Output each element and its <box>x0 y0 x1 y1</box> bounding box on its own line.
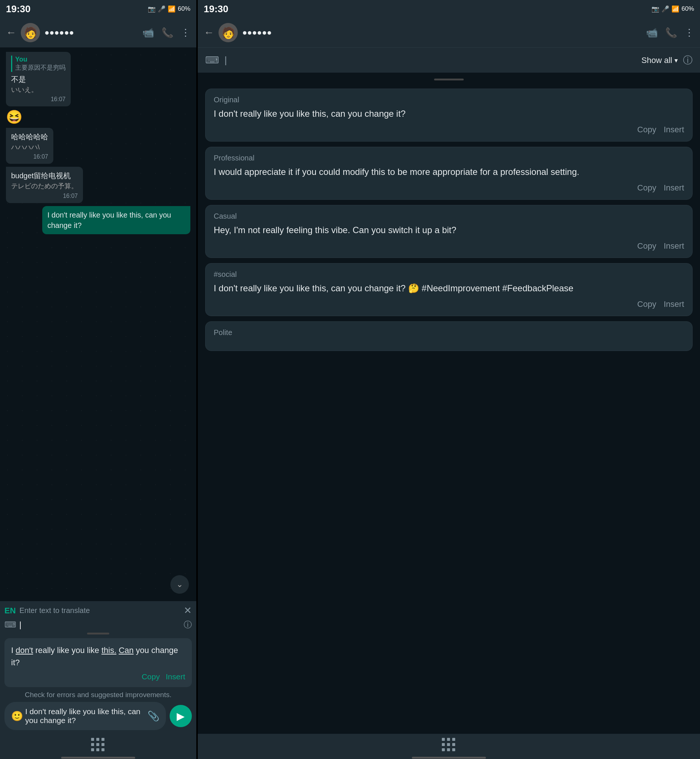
message-received-1: You 主要原因不是穷吗 不是 いいえ。 16:07 <box>6 52 71 106</box>
right-cursor: | <box>225 55 227 66</box>
right-time: 19:30 <box>204 3 228 15</box>
right-suggestions: Original I don't really like you like th… <box>198 73 700 734</box>
error-hint: Check for errors and suggested improveme… <box>5 691 192 699</box>
copy-social-button[interactable]: Copy <box>638 299 656 309</box>
translate-input[interactable]: Enter text to translate <box>20 606 180 615</box>
msg-text-3: budget留给电视机 <box>11 171 78 181</box>
suggestion-social: #social I don't really like you like thi… <box>205 263 692 316</box>
msg-time-2: 16:07 <box>11 153 48 160</box>
msg-time-1: 16:07 <box>11 96 66 103</box>
text-underline-1: don't <box>16 646 33 655</box>
msg-text-jp-2: ハハハハ\ <box>11 143 48 152</box>
back-button[interactable]: ← <box>6 27 16 39</box>
right-alert-icon[interactable]: ⓘ <box>683 54 692 67</box>
chevron-down-icon: ▾ <box>675 56 678 64</box>
msg-time-3: 16:07 <box>11 193 78 199</box>
insert-original-button[interactable]: Insert <box>664 125 684 135</box>
right-drag-handle <box>434 78 464 80</box>
attach-icon[interactable]: 📎 <box>147 710 159 722</box>
message-input-bubble[interactable]: 🙂 I don't really like you like this, can… <box>5 702 166 730</box>
home-indicator <box>61 757 135 759</box>
left-nav-bar <box>0 734 196 756</box>
video-call-icon[interactable]: 📹 <box>142 27 154 39</box>
quoted-message: You 主要原因不是穷吗 <box>11 56 66 72</box>
drag-handle <box>87 632 109 634</box>
insert-button[interactable]: Insert <box>166 672 185 681</box>
more-options-icon[interactable]: ⋮ <box>181 27 191 39</box>
right-avatar-image: 🧑 <box>222 26 235 39</box>
message-sent-1: I don't really like you like this, can y… <box>42 206 191 234</box>
insert-casual-button[interactable]: Insert <box>664 241 684 251</box>
left-chat-header: ← 🧑 ●●●●●● 📹 📞 ⋮ <box>0 18 196 47</box>
language-badge: EN <box>5 606 16 616</box>
right-header-actions: 📹 📞 ⋮ <box>646 27 694 39</box>
nav-dot <box>91 748 94 751</box>
left-time: 19:30 <box>6 3 31 15</box>
nav-dot <box>91 743 94 746</box>
emoji-input-icon[interactable]: 🙂 <box>11 710 23 722</box>
suggestion-card: I don't really like you like this. Can y… <box>5 638 192 687</box>
contact-name: ●●●●●● <box>44 28 138 38</box>
suggestion-polite: Polite <box>205 321 692 351</box>
send-button[interactable]: ▶ <box>170 705 192 727</box>
text-part-2: really like you like <box>33 646 102 655</box>
copy-casual-button[interactable]: Copy <box>638 241 656 251</box>
toolbar-bar: ⌨ | ⓘ <box>5 619 192 631</box>
suggestion-label-original: Original <box>214 95 684 104</box>
message-input-row: 🙂 I don't really like you like this, can… <box>5 702 192 730</box>
suggestion-body-casual: Hey, I'm not really feeling this vibe. C… <box>214 224 684 237</box>
right-nav-bar <box>198 734 700 756</box>
message-received-3: budget留给电视机 テレビのための予算。 16:07 <box>6 167 83 203</box>
emoji-message: 😆 <box>6 110 23 125</box>
msg-text-jp-1: いいえ。 <box>11 85 66 94</box>
text-part-1: I <box>11 646 16 655</box>
phone-icon[interactable]: 📞 <box>161 27 173 39</box>
suggestion-actions-professional: Copy Insert <box>214 183 684 193</box>
nav-dot <box>442 738 445 741</box>
suggestion-label-casual: Casual <box>214 212 684 221</box>
nav-dot <box>96 743 99 746</box>
right-status-bar: 19:30 📷 🎤 📶 60% <box>198 0 700 18</box>
close-translate-button[interactable]: ✕ <box>184 605 192 616</box>
left-home-bar <box>0 756 196 759</box>
show-all-button[interactable]: Show all ▾ <box>642 56 678 65</box>
toolbar-left: ⌨ | <box>5 620 22 630</box>
right-phone-icon[interactable]: 📞 <box>665 27 677 39</box>
nav-dot <box>102 743 105 746</box>
mic-icon: 🎤 <box>158 5 166 13</box>
header-actions: 📹 📞 ⋮ <box>142 27 191 39</box>
insert-professional-button[interactable]: Insert <box>664 183 684 193</box>
right-keyboard-icon[interactable]: ⌨ <box>205 55 219 66</box>
right-chat-header: ← 🧑 ●●●●●● 📹 📞 ⋮ <box>198 18 700 47</box>
nav-grid-icon <box>91 738 105 752</box>
copy-professional-button[interactable]: Copy <box>638 183 656 193</box>
r-signal-icon: 📶 <box>672 5 679 13</box>
insert-social-button[interactable]: Insert <box>664 299 684 309</box>
nav-dot <box>442 748 445 751</box>
battery-text: 60% <box>178 5 191 13</box>
suggestion-actions: Copy Insert <box>11 672 185 681</box>
right-nav-grid-icon <box>442 738 456 752</box>
suggestion-label-polite: Polite <box>214 329 684 337</box>
suggestion-text: I don't really like you like this. Can y… <box>11 644 185 668</box>
suggestion-label-professional: Professional <box>214 154 684 162</box>
info-icon[interactable]: ⓘ <box>184 619 192 631</box>
chat-messages: You 主要原因不是穷吗 不是 いいえ。 16:07 😆 哈哈哈哈哈 ハハハハ\… <box>0 47 196 601</box>
right-video-call-icon[interactable]: 📹 <box>646 27 658 39</box>
quoted-text: 主要原因不是穷吗 <box>15 63 66 72</box>
nav-dot <box>91 738 94 741</box>
suggestion-actions-social: Copy Insert <box>214 299 684 309</box>
scroll-to-bottom-button[interactable]: ⌄ <box>170 575 189 594</box>
right-panel: 19:30 📷 🎤 📶 60% ← 🧑 ●●●●●● 📹 📞 ⋮ ⌨ | Sho… <box>198 0 700 759</box>
suggestion-actions-original: Copy Insert <box>214 125 684 135</box>
nav-dot <box>452 743 455 746</box>
right-status-icons: 📷 🎤 📶 60% <box>652 5 694 13</box>
right-back-button[interactable]: ← <box>204 27 214 39</box>
left-panel: 19:30 📷 🎤 📶 60% ← 🧑 ●●●●●● 📹 📞 ⋮ You 主要原… <box>0 0 196 759</box>
copy-original-button[interactable]: Copy <box>638 125 656 135</box>
right-more-options-icon[interactable]: ⋮ <box>684 27 694 39</box>
avatar: 🧑 <box>21 23 40 42</box>
keyboard-icon[interactable]: ⌨ <box>5 620 16 630</box>
right-home-indicator <box>412 757 486 759</box>
copy-button[interactable]: Copy <box>142 672 159 681</box>
